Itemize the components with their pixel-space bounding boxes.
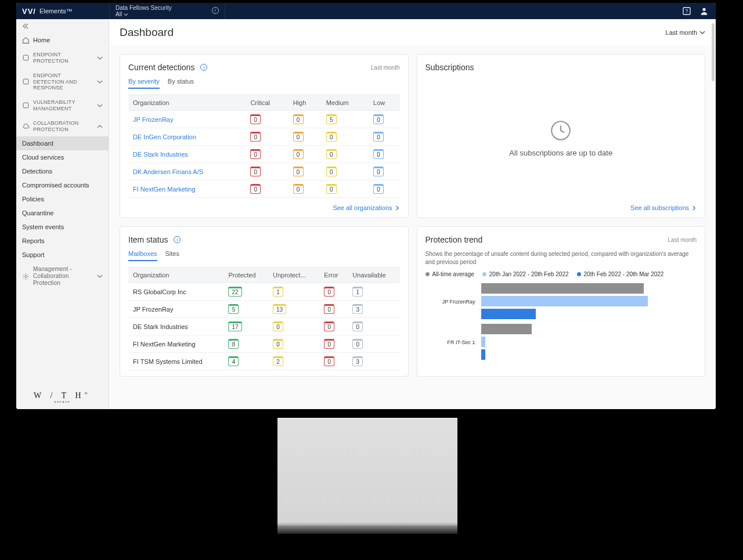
status-badge[interactable]: 2 bbox=[273, 356, 283, 366]
legend-item: 20th Feb 2022 - 20th Mar 2022 bbox=[577, 271, 664, 277]
status-badge[interactable]: 0 bbox=[324, 339, 334, 349]
status-badge[interactable]: 0 bbox=[324, 321, 334, 331]
chart-row: FR IT-Sec 1 bbox=[425, 324, 697, 361]
severity-badge[interactable]: 0 bbox=[373, 184, 384, 194]
status-badge[interactable]: 0 bbox=[324, 356, 334, 366]
status-badge[interactable]: 8 bbox=[228, 339, 239, 349]
see-all-subscriptions-link[interactable]: See all subscriptions bbox=[630, 204, 697, 211]
item-status-tabs: MailboxesSites bbox=[128, 250, 400, 261]
info-icon[interactable]: i bbox=[174, 236, 181, 243]
severity-badge[interactable]: 0 bbox=[293, 114, 304, 124]
severity-badge[interactable]: 0 bbox=[250, 149, 261, 159]
severity-badge[interactable]: 0 bbox=[326, 132, 337, 142]
severity-badge[interactable]: 0 bbox=[293, 149, 304, 159]
severity-badge[interactable]: 0 bbox=[293, 132, 304, 142]
org-link[interactable]: JP FrozenRay bbox=[133, 116, 174, 123]
nav-sub-dashboard[interactable]: Dashboard bbox=[16, 136, 109, 150]
chevron-right-icon bbox=[395, 205, 400, 211]
status-badge[interactable]: 5 bbox=[228, 304, 239, 314]
nav-sub-system-events[interactable]: System events bbox=[16, 220, 109, 234]
col-header: Critical bbox=[246, 95, 288, 111]
detections-table: OrganizationCriticalHighMediumLow JP Fro… bbox=[128, 95, 400, 198]
sidebar: Home ENDPOINT PROTECTIONENDPOINT DETECTI… bbox=[16, 19, 109, 409]
status-badge[interactable]: 0 bbox=[352, 321, 363, 331]
status-badge[interactable]: 1 bbox=[273, 287, 283, 297]
org-link[interactable]: DE Stark Industries bbox=[133, 151, 188, 158]
severity-badge[interactable]: 0 bbox=[250, 184, 261, 194]
nav-endpoint-protection[interactable]: ENDPOINT PROTECTION bbox=[16, 48, 109, 68]
nav-sub-cloud-services[interactable]: Cloud services bbox=[16, 150, 109, 164]
chart-bar bbox=[481, 324, 532, 334]
org-link[interactable]: DK Andersen Finans A/S bbox=[133, 168, 203, 175]
nav-sub-reports[interactable]: Reports bbox=[16, 234, 109, 248]
tab-by-severity[interactable]: By severity bbox=[128, 78, 160, 89]
status-badge[interactable]: 3 bbox=[352, 304, 363, 314]
col-header: Low bbox=[369, 95, 399, 111]
nav-home[interactable]: Home bbox=[16, 33, 109, 48]
severity-badge[interactable]: 0 bbox=[373, 167, 384, 176]
radar-icon bbox=[22, 78, 30, 85]
nav-sub-policies[interactable]: Policies bbox=[16, 192, 109, 206]
card-protection-trend: Protection trend Last month Shows the pe… bbox=[417, 226, 706, 377]
org-link[interactable]: DE InGen Corporation bbox=[133, 133, 196, 140]
brand-logo: VV/ bbox=[22, 7, 36, 16]
status-badge[interactable]: 22 bbox=[228, 287, 241, 297]
tab-by-status[interactable]: By status bbox=[168, 78, 194, 89]
see-all-organizations-link[interactable]: See all organizations bbox=[333, 204, 399, 211]
card-meta: Last month bbox=[668, 237, 697, 243]
chevron-down-icon bbox=[699, 30, 705, 35]
severity-badge[interactable]: 0 bbox=[326, 184, 337, 194]
severity-badge[interactable]: 0 bbox=[373, 149, 384, 159]
status-badge[interactable]: 4 bbox=[228, 356, 239, 366]
org-selector[interactable]: Data Fellows Security All i bbox=[109, 3, 225, 19]
page-title: Dashboard bbox=[120, 26, 174, 39]
chart-legend: All-time average20th Jan 2022 - 20th Feb… bbox=[425, 271, 697, 277]
severity-badge[interactable]: 0 bbox=[250, 114, 261, 124]
severity-badge[interactable]: 0 bbox=[373, 132, 384, 142]
severity-badge[interactable]: 0 bbox=[326, 149, 337, 159]
nav-sub-detections[interactable]: Detections bbox=[16, 164, 109, 178]
sidebar-collapse[interactable] bbox=[16, 19, 109, 33]
nav-management[interactable]: Management - Collaboration Protection bbox=[16, 262, 109, 291]
chevron-down-icon bbox=[97, 55, 103, 61]
severity-badge[interactable]: 5 bbox=[326, 114, 337, 124]
status-badge[interactable]: 0 bbox=[352, 339, 363, 349]
nav-endpoint-detection-and-response[interactable]: ENDPOINT DETECTION AND RESPONSE bbox=[16, 68, 109, 95]
status-badge[interactable]: 0 bbox=[273, 339, 283, 349]
user-icon[interactable] bbox=[699, 6, 709, 16]
chevron-right-icon bbox=[691, 205, 697, 211]
severity-badge[interactable]: 0 bbox=[250, 167, 261, 176]
nav-sub-compromised-accounts[interactable]: Compromised accounts bbox=[16, 178, 109, 192]
nav-collaboration-protection[interactable]: COLLABORATION PROTECTION bbox=[16, 116, 109, 137]
info-icon[interactable]: i bbox=[212, 7, 219, 14]
status-badge[interactable]: 0 bbox=[273, 321, 283, 331]
info-icon[interactable]: i bbox=[200, 64, 207, 71]
svg-rect-4 bbox=[23, 80, 28, 85]
org-link[interactable]: FI NextGen Marketing bbox=[133, 186, 196, 193]
status-badge[interactable]: 13 bbox=[273, 304, 286, 314]
chart-category-label: JP FrozenRay bbox=[425, 299, 478, 305]
severity-badge[interactable]: 0 bbox=[373, 114, 384, 124]
severity-badge[interactable]: 0 bbox=[293, 167, 304, 176]
tab-mailboxes[interactable]: Mailboxes bbox=[128, 250, 157, 261]
legend-item: All-time average bbox=[425, 271, 474, 277]
time-filter[interactable]: Last month bbox=[666, 29, 705, 36]
status-badge[interactable]: 0 bbox=[324, 287, 334, 297]
nav-sub-support[interactable]: Support bbox=[16, 248, 109, 262]
severity-badge[interactable]: 0 bbox=[326, 167, 337, 176]
status-badge[interactable]: 17 bbox=[228, 321, 241, 331]
help-icon[interactable]: ? bbox=[682, 6, 691, 16]
scrollbar[interactable] bbox=[712, 23, 715, 81]
status-badge[interactable]: 0 bbox=[324, 304, 334, 314]
nav-vulnerability-management[interactable]: VULNERABILITY MANAGEMENT bbox=[16, 95, 109, 116]
status-badge[interactable]: 3 bbox=[352, 356, 363, 366]
nav-sub-quarantine[interactable]: Quarantine bbox=[16, 206, 109, 220]
table-row: RS GlobalCorp Inc22101 bbox=[128, 283, 400, 301]
tab-sites[interactable]: Sites bbox=[165, 250, 179, 261]
severity-badge[interactable]: 0 bbox=[250, 132, 261, 142]
severity-badge[interactable]: 0 bbox=[293, 184, 304, 194]
card-title: Subscriptions bbox=[425, 63, 474, 72]
status-badge[interactable]: 1 bbox=[352, 287, 363, 297]
chart-bar bbox=[481, 337, 485, 347]
table-row: DE Stark Industries0000 bbox=[128, 146, 400, 163]
